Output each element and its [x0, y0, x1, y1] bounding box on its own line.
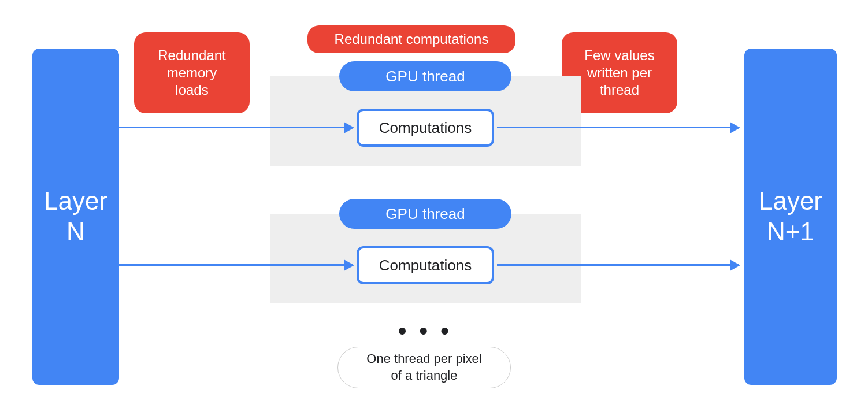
computations-box-2-text: Computations: [379, 257, 472, 275]
layer-n1-box: Layer N+1: [744, 49, 837, 385]
arrow-right-1: [497, 127, 739, 128]
layer-n-label: Layer N: [44, 186, 107, 247]
layer-n1-label: Layer N+1: [759, 186, 822, 247]
arrow-right-2: [497, 264, 739, 266]
footer-caption-text: One thread per pixel of a triangle: [366, 351, 481, 384]
gpu-thread-label-2-text: GPU thread: [385, 205, 465, 223]
annotation-redundant-comp: Redundant computations: [307, 25, 515, 53]
annotation-few-values-text: Few values written per thread: [584, 47, 654, 99]
ellipsis-dots-text: ● ● ●: [398, 321, 453, 339]
gpu-thread-label-1-text: GPU thread: [385, 68, 465, 86]
gpu-thread-block-1: GPU thread Computations: [270, 76, 581, 166]
layer-n-box: Layer N: [32, 49, 119, 385]
computations-box-1-text: Computations: [379, 119, 472, 137]
gpu-thread-label-1: GPU thread: [339, 61, 511, 91]
footer-caption-pill: One thread per pixel of a triangle: [337, 347, 511, 388]
annotation-memory-loads-text: Redundant memory loads: [158, 47, 225, 99]
gpu-thread-block-2: GPU thread Computations: [270, 214, 581, 303]
computations-box-2: Computations: [357, 246, 494, 284]
arrow-left-1: [119, 127, 353, 128]
gpu-thread-label-2: GPU thread: [339, 199, 511, 229]
arrow-left-2: [119, 264, 353, 266]
annotation-redundant-comp-text: Redundant computations: [335, 31, 489, 48]
computations-box-1: Computations: [357, 109, 494, 147]
annotation-memory-loads: Redundant memory loads: [134, 32, 250, 113]
ellipsis-dots: ● ● ●: [396, 321, 454, 340]
